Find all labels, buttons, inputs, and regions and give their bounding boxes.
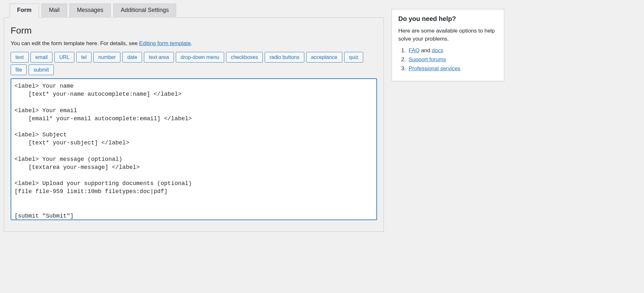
help-link[interactable]: Professional services	[409, 65, 460, 72]
tag-button-drop-down-menu[interactable]: drop-down menu	[176, 52, 224, 63]
tag-button-text[interactable]: text	[11, 52, 29, 63]
panel-description: You can edit the form template here. For…	[11, 40, 377, 47]
help-title: Do you need help?	[398, 15, 497, 23]
tab-strip: Form Mail Messages Additional Settings	[10, 3, 384, 17]
tag-generator-row: textemailURLtelnumberdatetext areadrop-d…	[11, 52, 377, 75]
help-link[interactable]: docs	[432, 47, 443, 54]
tag-button-text-area[interactable]: text area	[144, 52, 174, 63]
editing-form-template-link[interactable]: Editing form template	[139, 40, 191, 46]
help-box: Do you need help? Here are some availabl…	[392, 9, 504, 81]
main-column: Form Mail Messages Additional Settings F…	[4, 3, 384, 232]
help-link[interactable]: Support forums	[409, 56, 446, 63]
tab-mail[interactable]: Mail	[42, 4, 67, 18]
tab-messages[interactable]: Messages	[70, 4, 111, 18]
tab-form[interactable]: Form	[10, 4, 39, 18]
tab-additional-settings[interactable]: Additional Settings	[113, 4, 176, 18]
tag-button-number[interactable]: number	[93, 52, 120, 63]
help-item: Professional services	[407, 65, 497, 72]
tag-button-email[interactable]: email	[31, 52, 52, 63]
help-item-text: and	[420, 47, 432, 54]
help-intro: Here are some available options to help …	[398, 27, 497, 43]
tag-button-radio-buttons[interactable]: radio buttons	[265, 52, 304, 63]
help-list: FAQ and docsSupport forumsProfessional s…	[400, 47, 497, 72]
tag-button-url[interactable]: URL	[54, 52, 74, 63]
tag-button-file[interactable]: file	[11, 64, 27, 75]
help-item: FAQ and docs	[407, 47, 497, 54]
form-template-textarea[interactable]	[11, 78, 377, 220]
help-link[interactable]: FAQ	[409, 47, 420, 54]
tag-button-acceptance[interactable]: acceptance	[306, 52, 342, 63]
tag-button-checkboxes[interactable]: checkboxes	[226, 52, 263, 63]
tag-button-date[interactable]: date	[122, 52, 142, 63]
tag-button-quiz[interactable]: quiz	[344, 52, 363, 63]
panel-description-text: You can edit the form template here. For…	[11, 40, 139, 46]
sidebar-column: Do you need help? Here are some availabl…	[392, 3, 504, 81]
panel-description-suffix: .	[191, 40, 193, 46]
help-item: Support forums	[407, 56, 497, 63]
tag-button-tel[interactable]: tel	[76, 52, 91, 63]
tag-button-submit[interactable]: submit	[29, 64, 53, 75]
form-panel: Form You can edit the form template here…	[4, 17, 384, 232]
panel-heading: Form	[11, 25, 377, 36]
